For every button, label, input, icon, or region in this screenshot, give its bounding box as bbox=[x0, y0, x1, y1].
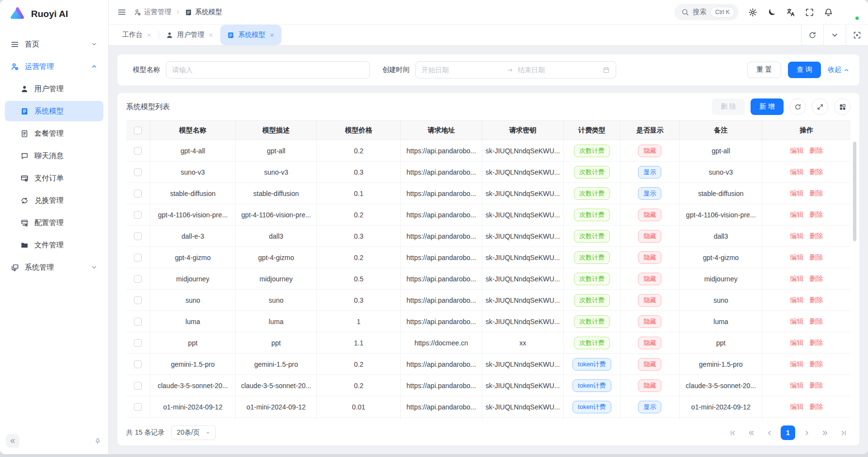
add-button[interactable]: 新 增 bbox=[751, 98, 784, 115]
sidebar-item-兑换管理[interactable]: 兑换管理 bbox=[5, 190, 103, 211]
sidebar-item-支付订单[interactable]: 支付订单 bbox=[5, 168, 103, 188]
date-range-picker[interactable] bbox=[415, 61, 616, 79]
tabs-refresh-icon[interactable] bbox=[801, 25, 823, 45]
edit-link[interactable]: 编辑 bbox=[790, 232, 803, 240]
edit-link[interactable]: 编辑 bbox=[790, 147, 803, 154]
edit-link[interactable]: 编辑 bbox=[790, 189, 803, 197]
row-checkbox[interactable] bbox=[134, 168, 142, 176]
date-start-input[interactable] bbox=[422, 66, 503, 74]
sidebar-item-系统模型[interactable]: 系统模型 bbox=[5, 101, 103, 121]
page-size-select[interactable]: 20条/页 bbox=[171, 425, 216, 440]
row-checkbox[interactable] bbox=[134, 211, 142, 219]
billing-cell: 次数计费 bbox=[564, 226, 620, 247]
sidebar-item-系统管理[interactable]: 系统管理 bbox=[5, 257, 103, 277]
row-checkbox[interactable] bbox=[134, 403, 142, 411]
page-number-current[interactable]: 1 bbox=[781, 425, 795, 440]
columns-setting-icon[interactable] bbox=[834, 98, 851, 115]
translate-icon[interactable] bbox=[786, 8, 795, 17]
row-checkbox[interactable] bbox=[134, 318, 142, 326]
row-checkbox[interactable] bbox=[134, 147, 142, 155]
logo[interactable]: Ruoyi AI bbox=[0, 0, 108, 28]
delete-link[interactable]: 删除 bbox=[809, 403, 823, 410]
delete-link[interactable]: 删除 bbox=[809, 317, 823, 325]
delete-link[interactable]: 删除 bbox=[809, 381, 823, 389]
delete-link[interactable]: 删除 bbox=[809, 275, 823, 282]
delete-link[interactable]: 删除 bbox=[809, 189, 823, 197]
bell-icon[interactable] bbox=[824, 8, 833, 17]
close-icon[interactable] bbox=[269, 33, 275, 38]
edit-link[interactable]: 编辑 bbox=[790, 296, 803, 304]
sidebar-item-套餐管理[interactable]: 套餐管理 bbox=[5, 123, 103, 144]
row-checkbox[interactable] bbox=[134, 254, 142, 261]
breadcrumb-item[interactable]: 系统模型 bbox=[185, 8, 222, 16]
delete-link[interactable]: 删除 bbox=[809, 339, 823, 346]
pin-icon[interactable] bbox=[94, 438, 101, 445]
edit-link[interactable]: 编辑 bbox=[790, 360, 803, 368]
edit-link[interactable]: 编辑 bbox=[790, 275, 803, 282]
edit-link[interactable]: 编辑 bbox=[790, 403, 803, 410]
select-all-checkbox[interactable] bbox=[134, 127, 142, 134]
avatar[interactable] bbox=[843, 4, 859, 20]
tab-工作台[interactable]: 工作台 bbox=[115, 25, 159, 45]
search-button[interactable]: 查 询 bbox=[788, 62, 821, 78]
sidebar-item-配置管理[interactable]: 配置管理 bbox=[5, 212, 103, 233]
global-search[interactable]: 搜索 Ctrl K bbox=[674, 4, 738, 20]
desc-cell: gpt-4-gizmo bbox=[235, 247, 316, 268]
tab-系统模型[interactable]: 系统模型 bbox=[220, 25, 281, 45]
prev-page-icon[interactable] bbox=[762, 425, 777, 440]
expand-icon[interactable] bbox=[812, 98, 828, 115]
delete-link[interactable]: 删除 bbox=[809, 232, 823, 240]
sidebar-item-运营管理[interactable]: 运营管理 bbox=[5, 56, 103, 77]
edit-link[interactable]: 编辑 bbox=[790, 339, 803, 346]
gear-icon[interactable] bbox=[748, 8, 757, 17]
edit-link[interactable]: 编辑 bbox=[790, 211, 803, 218]
delete-link[interactable]: 删除 bbox=[809, 168, 823, 176]
last-page-icon[interactable] bbox=[836, 425, 851, 440]
row-checkbox[interactable] bbox=[134, 232, 142, 240]
row-checkbox[interactable] bbox=[134, 339, 142, 347]
moon-icon[interactable] bbox=[767, 8, 776, 17]
reset-button[interactable]: 重 置 bbox=[747, 62, 781, 78]
tab-用户管理[interactable]: 用户管理 bbox=[159, 25, 220, 45]
tabs-focus-icon[interactable] bbox=[846, 25, 868, 45]
visible-badge: 隐藏 bbox=[638, 315, 661, 328]
sidebar-item-首页[interactable]: 首页 bbox=[5, 34, 103, 54]
edit-link[interactable]: 编辑 bbox=[790, 317, 803, 325]
breadcrumb-item[interactable]: 运营管理 bbox=[134, 8, 171, 16]
edit-link[interactable]: 编辑 bbox=[790, 253, 803, 261]
sidebar-collapse-button[interactable] bbox=[6, 434, 19, 448]
delete-link[interactable]: 删除 bbox=[809, 147, 823, 154]
close-icon[interactable] bbox=[147, 33, 152, 38]
sidebar-item-用户管理[interactable]: 用户管理 bbox=[5, 79, 103, 99]
model-name-input[interactable] bbox=[166, 61, 370, 79]
delete-link[interactable]: 删除 bbox=[809, 296, 823, 304]
delete-link[interactable]: 删除 bbox=[809, 253, 823, 261]
delete-link[interactable]: 删除 bbox=[809, 211, 823, 218]
refresh-icon[interactable] bbox=[789, 98, 806, 115]
row-checkbox[interactable] bbox=[134, 190, 142, 197]
next-page-icon[interactable] bbox=[799, 425, 814, 440]
row-checkbox[interactable] bbox=[134, 360, 142, 368]
prev-10-pages-icon[interactable] bbox=[744, 425, 758, 440]
desc-cell: gpt-4-1106-vision-pre... bbox=[235, 204, 316, 226]
sidebar-item-聊天消息[interactable]: 聊天消息 bbox=[5, 146, 103, 166]
row-checkbox[interactable] bbox=[134, 382, 142, 390]
collapse-filters-link[interactable]: 收起 bbox=[828, 65, 850, 74]
fullscreen-icon[interactable] bbox=[805, 8, 814, 17]
filter-card: 模型名称 创建时间 重 置 查 询 收起 bbox=[117, 54, 859, 85]
next-10-pages-icon[interactable] bbox=[818, 425, 832, 440]
tabs-menu-icon[interactable] bbox=[823, 25, 846, 45]
sidebar-item-文件管理[interactable]: 文件管理 bbox=[5, 235, 103, 255]
delete-button[interactable]: 删 除 bbox=[712, 98, 745, 115]
menu-toggle-icon[interactable] bbox=[117, 8, 126, 16]
edit-link[interactable]: 编辑 bbox=[790, 168, 803, 176]
sidebar-item-label: 套餐管理 bbox=[34, 129, 98, 138]
first-page-icon[interactable] bbox=[725, 425, 740, 440]
date-end-input[interactable] bbox=[518, 66, 599, 74]
row-checkbox[interactable] bbox=[134, 296, 142, 304]
table-scrollbar[interactable] bbox=[853, 142, 856, 241]
delete-link[interactable]: 删除 bbox=[809, 360, 823, 368]
edit-link[interactable]: 编辑 bbox=[790, 381, 803, 389]
row-checkbox[interactable] bbox=[134, 275, 142, 283]
close-icon[interactable] bbox=[208, 33, 213, 38]
